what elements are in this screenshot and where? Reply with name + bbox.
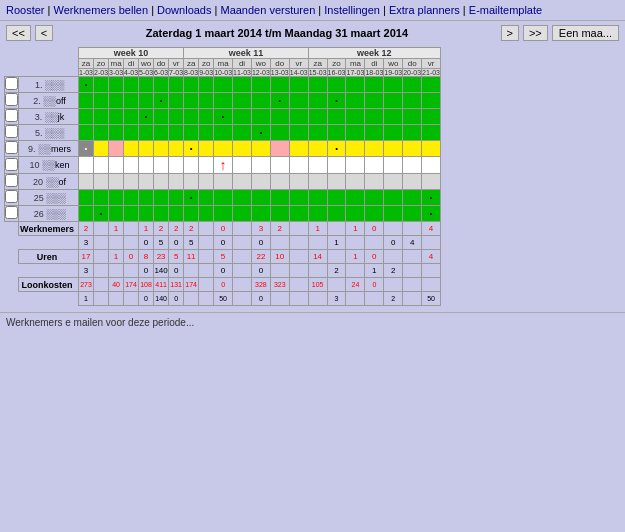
week12-header: week 12 [308, 48, 440, 59]
summary-uren-row1: Uren 17 1 0 8 23 5 11 5 22 10 14 1 0 4 [5, 250, 441, 264]
emp1-day5[interactable] [139, 77, 154, 93]
day-do2: do [270, 59, 289, 69]
emp3-name: 3. ░░jk [19, 109, 79, 125]
day-di1: di [124, 59, 139, 69]
day-wo2: wo [251, 59, 270, 69]
prev-prev-button[interactable]: << [6, 25, 31, 41]
month-view-button[interactable]: Een maa... [552, 25, 619, 41]
day-vr2: vr [289, 59, 308, 69]
employee-row-25: 25 ░░░ [5, 190, 441, 206]
nav-maanden-versturen[interactable]: Maanden versturen [220, 4, 315, 16]
emp3-checkbox[interactable] [5, 109, 18, 122]
emp1-day4[interactable] [124, 77, 139, 93]
day-vr1: vr [169, 59, 184, 69]
nav-instellingen[interactable]: Instellingen [324, 4, 380, 16]
employee-row-9: 9. ░░mers • • • [5, 141, 441, 157]
nav-werknemers-bellen[interactable]: Werknemers bellen [54, 4, 149, 16]
emp26-name: 26 ░░░ [19, 206, 79, 222]
emp20-checkbox[interactable] [5, 174, 18, 187]
emp1-day20[interactable] [403, 77, 422, 93]
emp1-day1[interactable] [79, 77, 94, 93]
week-header-row: week 10 week 11 week 12 [5, 48, 441, 59]
footer-text: Werknemers e mailen voor deze periode... [6, 317, 194, 328]
employee-row-20: 20 ░░of [5, 174, 441, 190]
employee-row-10: 10 ░░ken ↑ [5, 157, 441, 174]
emp20-name: 20 ░░of [19, 174, 79, 190]
emp1-day15[interactable] [308, 77, 327, 93]
nav-downloads[interactable]: Downloads [157, 4, 211, 16]
day-zo2: zo [199, 59, 214, 69]
day-ma3: ma [346, 59, 365, 69]
employee-row-3: 3. ░░jk [5, 109, 441, 125]
day-di2: di [233, 59, 252, 69]
uren-label: Uren [19, 250, 79, 264]
emp1-day9[interactable] [199, 77, 214, 93]
day-za1: za [79, 59, 94, 69]
emp1-day19[interactable] [384, 77, 403, 93]
day-wo3: wo [384, 59, 403, 69]
emp26-checkbox[interactable] [5, 206, 18, 219]
nav-emailtemplate[interactable]: E-mailtemplate [469, 4, 542, 16]
day-vr3: vr [422, 59, 441, 69]
next-next-button[interactable]: >> [523, 25, 548, 41]
date-navigation-bar: << < Zaterdag 1 maart 2014 t/m Maandag 3… [0, 21, 625, 45]
nav-extra-planners[interactable]: Extra planners [389, 4, 460, 16]
prev-button[interactable]: < [35, 25, 53, 41]
top-navigation: Rooster | Werknemers bellen | Downloads … [0, 0, 625, 21]
emp2-name: 2. ░░off [19, 93, 79, 109]
emp10-name: 10 ░░ken [19, 157, 79, 174]
employee-row-5: 5. ░░░ [5, 125, 441, 141]
emp1-day11[interactable] [233, 77, 252, 93]
day-do3: do [403, 59, 422, 69]
emp10-checkbox[interactable] [5, 158, 18, 171]
emp1-day3[interactable] [109, 77, 124, 93]
week10-header: week 10 [79, 48, 184, 59]
week11-header: week 11 [184, 48, 309, 59]
emp1-name: 1. ░░░ [19, 77, 79, 93]
day-za3: za [308, 59, 327, 69]
emp5-checkbox[interactable] [5, 125, 18, 138]
emp1-day18[interactable] [365, 77, 384, 93]
emp2-checkbox[interactable] [5, 93, 18, 106]
werknemers-label: Werknemers [19, 222, 79, 236]
nav-rooster[interactable]: Rooster [6, 4, 45, 16]
summary-werknemers-row2: 3 0 5 0 5 0 0 1 0 4 [5, 236, 441, 250]
day-zo1: zo [94, 59, 109, 69]
day-zo3: zo [327, 59, 346, 69]
emp1-day10[interactable] [214, 77, 233, 93]
date-range-label: Zaterdag 1 maart 2014 t/m Maandag 31 maa… [57, 27, 496, 39]
day-ma1: ma [109, 59, 124, 69]
emp9-name: 9. ░░mers [19, 141, 79, 157]
emp1-day16[interactable] [327, 77, 346, 93]
loonkosten-label: Loonkosten [19, 278, 79, 292]
emp1-checkbox[interactable] [5, 77, 18, 90]
employee-row-26: 26 ░░░ [5, 206, 441, 222]
day-ma2: ma [214, 59, 233, 69]
emp1-day7[interactable] [169, 77, 184, 93]
day-za2: za [184, 59, 199, 69]
emp1-day13[interactable] [270, 77, 289, 93]
emp1-day2[interactable] [94, 77, 109, 93]
emp5-name: 5. ░░░ [19, 125, 79, 141]
summary-loonkosten-row2: 1 0 140 0 50 0 3 2 50 [5, 292, 441, 306]
emp1-day17[interactable] [346, 77, 365, 93]
next-button[interactable]: > [501, 25, 519, 41]
summary-werknemers-row1: Werknemers 2 1 1 2 2 2 0 3 2 1 1 0 4 [5, 222, 441, 236]
footer-area: Werknemers e mailen voor deze periode... [0, 312, 625, 332]
date-row: 1-03 2-03 3-03 4-03 5-03 6-03 7-03 8-03 … [5, 69, 441, 77]
emp1-day12[interactable] [251, 77, 270, 93]
employee-row-2: 2. ░░off [5, 93, 441, 109]
summary-uren-row2: 3 0 140 0 0 0 2 1 2 [5, 264, 441, 278]
employee-row-1: 1. ░░░ [5, 77, 441, 93]
emp25-name: 25 ░░░ [19, 190, 79, 206]
emp1-day6[interactable] [154, 77, 169, 93]
day-do1: do [154, 59, 169, 69]
emp9-checkbox[interactable] [5, 141, 18, 154]
day-wo1: wo [139, 59, 154, 69]
roster-area: week 10 week 11 week 12 za zo ma di wo d… [0, 45, 625, 308]
summary-loonkosten-row1: Loonkosten 273 40 174 108 411 131 174 0 … [5, 278, 441, 292]
emp25-checkbox[interactable] [5, 190, 18, 203]
emp1-day14[interactable] [289, 77, 308, 93]
emp1-day21[interactable] [422, 77, 441, 93]
emp1-day8[interactable] [184, 77, 199, 93]
